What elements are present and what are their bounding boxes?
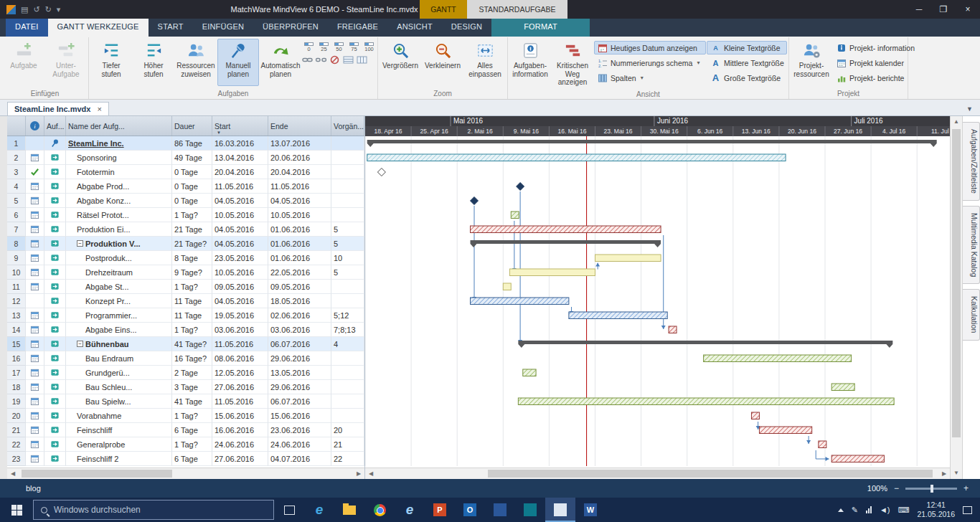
side-tab-multimedia-katalog[interactable]: Multimedia Katalog bbox=[963, 206, 980, 284]
task-info-cell[interactable] bbox=[26, 294, 44, 308]
task-bar[interactable] bbox=[367, 154, 786, 161]
task-start-cell[interactable]: 04.05.2016 bbox=[212, 194, 268, 208]
task-info-cell[interactable] bbox=[26, 136, 44, 151]
task-info-cell[interactable] bbox=[26, 308, 44, 323]
contextual-tab-gantt[interactable]: GANTT bbox=[420, 0, 467, 19]
table-row[interactable]: 14Abgabe Eins...1 Tag?03.06.201603.06.20… bbox=[7, 323, 364, 337]
document-tab[interactable]: SteamLine Inc.mvdx × bbox=[7, 102, 109, 115]
task-start-cell[interactable]: 16.03.2016 bbox=[212, 136, 268, 151]
task-name-cell[interactable]: Rätsel Protot... bbox=[66, 208, 172, 222]
add-task-button[interactable]: Aufgabe bbox=[3, 39, 44, 86]
row-number-cell[interactable]: 6 bbox=[7, 208, 26, 222]
task-name-cell[interactable]: Vorabnahme bbox=[66, 409, 172, 423]
task-info-cell[interactable] bbox=[26, 337, 44, 351]
task-name-cell[interactable]: Abgabe Konz... bbox=[66, 194, 172, 208]
end-header[interactable]: Ende bbox=[268, 116, 331, 136]
table-row[interactable]: 1SteamLine Inc.86 Tage16.03.201613.07.20… bbox=[7, 136, 364, 151]
undo-icon[interactable]: ↺ bbox=[33, 0, 39, 19]
task-info-cell[interactable] bbox=[26, 237, 44, 251]
task-type-cell[interactable] bbox=[44, 151, 66, 165]
task-name-cell[interactable]: SteamLine Inc. bbox=[66, 136, 172, 151]
task-name-cell[interactable]: Grundgerü... bbox=[66, 366, 172, 380]
task-start-cell[interactable]: 11.05.2016 bbox=[212, 179, 268, 194]
info-column-header[interactable]: i bbox=[26, 116, 44, 136]
task-type-cell[interactable] bbox=[44, 423, 66, 437]
task-predecessor-cell[interactable] bbox=[331, 294, 364, 308]
task-predecessor-cell[interactable] bbox=[331, 409, 364, 423]
task-bar[interactable] bbox=[759, 427, 811, 434]
internet-explorer-icon[interactable]: e bbox=[395, 498, 425, 522]
task-predecessor-cell[interactable]: 5 bbox=[331, 237, 364, 251]
task-bar[interactable] bbox=[509, 269, 595, 276]
table-row[interactable]: 23Feinschliff 26 Tage27.06.201604.07.201… bbox=[7, 452, 364, 466]
collapse-toggle[interactable]: − bbox=[77, 240, 83, 247]
task-info-cell[interactable] bbox=[26, 179, 44, 194]
task-name-cell[interactable]: Fototermin bbox=[66, 165, 172, 179]
task-duration-cell[interactable]: 0 Tage bbox=[172, 179, 212, 194]
task-name-cell[interactable]: Bau Schleu... bbox=[66, 380, 172, 394]
task-name-cell[interactable]: Programmier... bbox=[66, 308, 172, 323]
task-end-cell[interactable]: 04.05.2016 bbox=[268, 194, 331, 208]
row-number-cell[interactable]: 23 bbox=[7, 452, 26, 466]
task-predecessor-cell[interactable] bbox=[331, 194, 364, 208]
row-number-cell[interactable]: 18 bbox=[7, 380, 26, 394]
app-blue-icon[interactable] bbox=[485, 498, 515, 522]
row-number-cell[interactable]: 3 bbox=[7, 165, 26, 179]
task-type-cell[interactable] bbox=[44, 136, 66, 151]
pen-icon[interactable]: ✎ bbox=[852, 506, 858, 515]
row-number-cell[interactable]: 21 bbox=[7, 423, 26, 437]
project-information-button[interactable]: Projekt- information bbox=[833, 41, 906, 54]
task-end-cell[interactable]: 03.06.2016 bbox=[268, 323, 331, 337]
action-center-icon[interactable] bbox=[963, 506, 972, 514]
assign-resources-button[interactable]: Ressourcen zuweisen bbox=[175, 39, 217, 86]
task-info-cell[interactable] bbox=[26, 437, 44, 452]
task-predecessor-cell[interactable]: 5 bbox=[331, 222, 364, 237]
ribbon-tab-freigabe[interactable]: FREIGABE bbox=[328, 19, 387, 37]
ribbon-tab-einfügen[interactable]: EINFÜGEN bbox=[193, 19, 253, 37]
table-row[interactable]: 3Fototermin0 Tage20.04.201620.04.2016 bbox=[7, 165, 364, 179]
task-end-cell[interactable]: 29.06.2016 bbox=[268, 380, 331, 394]
task-bar[interactable] bbox=[831, 384, 854, 391]
task-info-cell[interactable] bbox=[26, 265, 44, 280]
mindview-icon[interactable] bbox=[545, 498, 575, 522]
numbering-scheme-button[interactable]: 1.2. Nummerierungs schema ▾ bbox=[594, 56, 706, 70]
large-text-button[interactable]: A Große Textgröße bbox=[707, 71, 787, 85]
task-duration-cell[interactable]: 41 Tage? bbox=[172, 337, 212, 351]
task-end-cell[interactable]: 01.06.2016 bbox=[268, 237, 331, 251]
task-start-cell[interactable]: 04.05.2016 bbox=[212, 237, 268, 251]
outlook-icon[interactable]: O bbox=[455, 498, 485, 522]
task-type-cell[interactable] bbox=[44, 179, 66, 194]
task-duration-cell[interactable]: 1 Tag? bbox=[172, 280, 212, 294]
task-predecessor-cell[interactable]: 20 bbox=[331, 423, 364, 437]
zoom-in-button[interactable]: Vergrößern bbox=[380, 39, 421, 86]
table-row[interactable]: 11Abgabe St...1 Tag?09.05.201609.05.2016 bbox=[7, 280, 364, 294]
task-name-cell[interactable]: Feinschliff bbox=[66, 423, 172, 437]
task-name-cell[interactable]: Generalprobe bbox=[66, 437, 172, 452]
tab-list-dropdown-icon[interactable]: ▼ bbox=[966, 105, 973, 115]
task-end-cell[interactable]: 13.05.2016 bbox=[268, 366, 331, 380]
task-end-cell[interactable]: 24.06.2016 bbox=[268, 437, 331, 452]
task-name-cell[interactable]: −Bühnenbau bbox=[66, 337, 172, 351]
task-duration-cell[interactable]: 41 Tage bbox=[172, 394, 212, 409]
contextual-tab-standardaufgabe[interactable]: STANDARDAUFGABE bbox=[467, 0, 567, 19]
task-bar[interactable] bbox=[595, 255, 661, 262]
task-type-cell[interactable] bbox=[44, 208, 66, 222]
table-row[interactable]: 5Abgabe Konz...0 Tage04.05.201604.05.201… bbox=[7, 194, 364, 208]
task-start-cell[interactable]: 11.05.2016 bbox=[212, 337, 268, 351]
scrollbar-thumb[interactable] bbox=[952, 129, 961, 437]
table-row[interactable]: 4Abgabe Prod...0 Tage11.05.201611.05.201… bbox=[7, 179, 364, 194]
task-name-header[interactable]: Name der Aufg... bbox=[66, 116, 172, 136]
row-number-cell[interactable]: 11 bbox=[7, 280, 26, 294]
columns-button[interactable]: Spalten ▾ bbox=[594, 71, 706, 85]
task-type-cell[interactable] bbox=[44, 165, 66, 179]
task-start-cell[interactable]: 10.05.2016 bbox=[212, 208, 268, 222]
row-number-cell[interactable]: 10 bbox=[7, 265, 26, 280]
scroll-left-icon[interactable]: ◀ bbox=[7, 468, 19, 479]
task-bar[interactable] bbox=[523, 369, 536, 376]
zoom-in-icon[interactable]: + bbox=[963, 483, 969, 493]
task-bar[interactable] bbox=[503, 283, 511, 290]
task-duration-cell[interactable]: 86 Tage bbox=[172, 136, 212, 151]
task-end-cell[interactable]: 02.06.2016 bbox=[268, 308, 331, 323]
app-orange-icon[interactable]: P bbox=[425, 498, 455, 522]
table-row[interactable]: 20Vorabnahme1 Tag?15.06.201615.06.2016 bbox=[7, 409, 364, 423]
